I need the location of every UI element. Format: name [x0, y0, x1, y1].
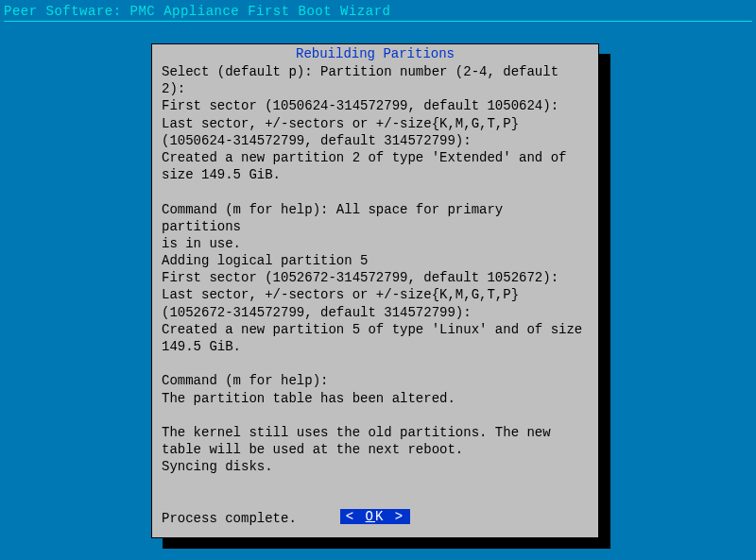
- window-header: Peer Software: PMC Appliance First Boot …: [0, 0, 756, 24]
- button-row: < OK >: [152, 509, 598, 524]
- ok-button[interactable]: < OK >: [340, 509, 410, 524]
- window-title: Peer Software: PMC Appliance First Boot …: [4, 4, 390, 19]
- header-divider: [4, 21, 752, 22]
- dialog-title: Rebuilding Paritions: [152, 44, 598, 61]
- dialog-body-text: Select (default p): Partition number (2-…: [152, 61, 598, 535]
- dialog-box: Rebuilding Paritions Select (default p):…: [151, 43, 599, 538]
